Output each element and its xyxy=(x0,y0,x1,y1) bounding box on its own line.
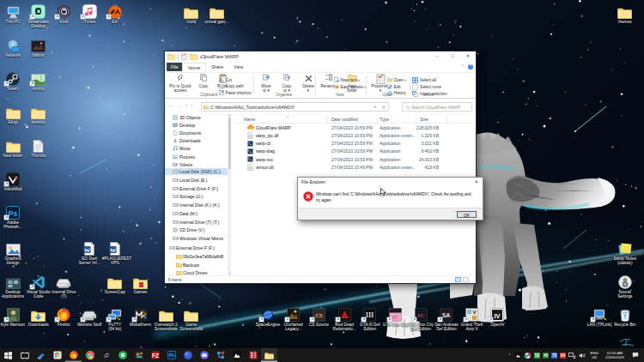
svg-text:CS: CS xyxy=(315,313,322,318)
svg-text:W: W xyxy=(84,247,90,254)
svg-text:FZ: FZ xyxy=(152,353,159,359)
svg-text:Ps: Ps xyxy=(168,353,174,358)
svg-text:IV: IV xyxy=(495,312,501,320)
svg-text:Ps: Ps xyxy=(9,209,18,218)
svg-text:SA: SA xyxy=(442,312,451,318)
svg-text:III: III xyxy=(366,311,374,319)
svg-text:VC: VC xyxy=(417,312,425,318)
svg-text:W: W xyxy=(110,247,116,254)
svg-text:V: V xyxy=(473,310,477,315)
svg-text:VC: VC xyxy=(392,315,400,320)
